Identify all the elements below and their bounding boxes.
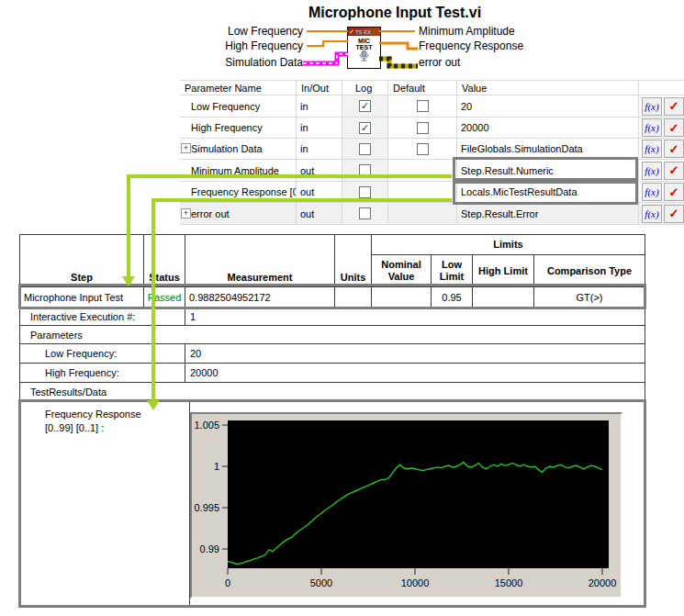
- log-checkbox[interactable]: ✓: [359, 100, 371, 112]
- svg-text:0.995: 0.995: [194, 502, 219, 513]
- step-comparison: GT(>): [533, 287, 645, 307]
- param-value[interactable]: Step.Result.Numeric: [456, 160, 638, 182]
- microphone-icon: [348, 50, 380, 62]
- detail-row: TestResults/Data: [20, 383, 645, 402]
- log-checkbox[interactable]: [359, 164, 371, 176]
- frequency-response-plot: 1.00510.9950.9905000100001500020000: [192, 414, 621, 597]
- param-value[interactable]: Step.Result.Error: [456, 203, 638, 225]
- col-header-limits: Limits: [371, 235, 645, 255]
- param-value[interactable]: 20: [456, 95, 638, 118]
- col-header-value: Value: [456, 81, 638, 95]
- report-page: Microphone Input Test.vi Low Frequency H…: [0, 0, 684, 616]
- expression-button[interactable]: f(x): [642, 118, 662, 137]
- expression-button[interactable]: f(x): [642, 183, 662, 201]
- wire-error-out: [379, 59, 418, 66]
- detail-row: High Frequency: 20000: [20, 364, 645, 383]
- detail-label: Parameters: [20, 326, 645, 343]
- vi-title: Microphone Input Test.vi: [211, 5, 578, 21]
- expression-button[interactable]: f(x): [642, 140, 662, 158]
- validate-button[interactable]: ✓: [664, 118, 684, 137]
- log-checkbox[interactable]: [359, 186, 371, 198]
- detail-value: 1: [185, 308, 645, 325]
- svg-text:0: 0: [225, 577, 230, 588]
- detail-label: TestResults/Data: [20, 383, 645, 401]
- detail-label: Low Frequency:: [20, 344, 185, 363]
- step-low-limit: 0.95: [431, 287, 472, 307]
- param-value[interactable]: 20000: [456, 118, 638, 139]
- detail-label: Interactive Execution #:: [20, 308, 185, 325]
- default-checkbox[interactable]: [417, 122, 429, 134]
- default-checkbox[interactable]: [417, 143, 429, 155]
- step-result-row: Microphone Input Test Passed 0.988250495…: [20, 287, 645, 308]
- log-checkbox[interactable]: [359, 143, 371, 155]
- col-header-log: Log: [342, 81, 387, 95]
- param-inout: in: [296, 95, 342, 118]
- param-name: error out: [191, 208, 230, 219]
- log-checkbox[interactable]: [359, 207, 371, 219]
- col-header-step: Step: [20, 235, 143, 287]
- svg-text:0.99: 0.99: [200, 543, 219, 554]
- wire-simulation-data: [303, 54, 348, 63]
- chart-row-label: Frequency Response [0..99] [0..1] :: [20, 402, 189, 606]
- detail-row: Parameters: [20, 326, 645, 344]
- output-label-minimum-amplitude: Minimum Amplitude: [419, 25, 566, 38]
- param-inout: in: [296, 139, 342, 160]
- log-checkbox[interactable]: ✓: [359, 122, 371, 134]
- col-header-status: Status: [143, 235, 185, 287]
- validate-button[interactable]: ✓: [664, 140, 684, 158]
- wire-error-out-pattern: [379, 59, 418, 66]
- step-status: Passed: [143, 287, 185, 307]
- input-label-high-frequency: High Frequency: [138, 39, 303, 52]
- detail-row: Low Frequency: 20: [20, 344, 645, 364]
- expression-button[interactable]: f(x): [642, 162, 662, 180]
- default-checkbox[interactable]: [417, 100, 429, 112]
- expression-button[interactable]: f(x): [642, 205, 662, 223]
- vi-icon-banner: ✔ TS EX: [348, 28, 380, 36]
- param-name: High Frequency: [180, 118, 296, 139]
- param-value[interactable]: Locals.MicTestResultData: [456, 182, 638, 203]
- col-header-buttons: [638, 81, 684, 95]
- param-name: Simulation Data: [191, 143, 263, 154]
- validate-button[interactable]: ✓: [664, 162, 684, 180]
- validate-button[interactable]: ✓: [664, 97, 684, 116]
- svg-text:20000: 20000: [589, 577, 617, 588]
- step-units: [334, 287, 371, 307]
- output-label-frequency-response: Frequency Response: [419, 39, 566, 52]
- param-name: Low Frequency: [180, 95, 296, 118]
- vi-icon: ✔ TS EX MIC TEST: [347, 27, 381, 69]
- svg-text:10000: 10000: [401, 577, 430, 588]
- col-header-default: Default: [387, 81, 456, 95]
- param-name: Minimum Amplitude: [180, 160, 296, 182]
- detail-label: High Frequency:: [20, 364, 185, 382]
- wire-simulation-data-pattern: [303, 54, 348, 63]
- col-header-measurement: Measurement: [185, 235, 334, 287]
- col-header-parameter-name: Parameter Name: [180, 81, 296, 95]
- step-measurement: 0.9882504952172: [185, 287, 334, 307]
- col-header-inout: In/Out: [296, 81, 342, 95]
- validate-button[interactable]: ✓: [664, 183, 684, 201]
- svg-text:15000: 15000: [495, 577, 523, 588]
- expression-button[interactable]: f(x): [642, 97, 662, 116]
- svg-text:5000: 5000: [310, 577, 332, 588]
- svg-text:1: 1: [214, 461, 219, 472]
- step-high-limit: [472, 287, 533, 307]
- step-nominal: [371, 287, 431, 307]
- checkmark-icon: ✔: [349, 29, 354, 35]
- col-header-nominal-value: Nominal Value: [371, 255, 431, 287]
- parameter-table: Parameter Name In/Out Log Default Value …: [180, 80, 684, 225]
- col-header-units: Units: [334, 235, 371, 287]
- wire-frequency-response: [379, 43, 418, 49]
- plot-area: [228, 420, 609, 568]
- wire-high-frequency: [307, 41, 348, 46]
- col-header-low-limit: Low Limit: [431, 255, 472, 287]
- expand-icon[interactable]: +: [181, 208, 191, 218]
- validate-button[interactable]: ✓: [664, 205, 684, 223]
- input-label-low-frequency: Low Frequency: [138, 25, 303, 38]
- param-value[interactable]: FileGlobals.SimulationData: [456, 139, 638, 160]
- svg-text:1.005: 1.005: [194, 420, 219, 431]
- expand-icon[interactable]: +: [181, 143, 191, 153]
- param-name: Frequency Response [0....: [180, 182, 296, 203]
- col-header-high-limit: High Limit: [472, 255, 533, 287]
- frequency-response-graph: 1.00510.9950.9905000100001500020000: [190, 412, 622, 599]
- param-inout: out: [296, 203, 342, 225]
